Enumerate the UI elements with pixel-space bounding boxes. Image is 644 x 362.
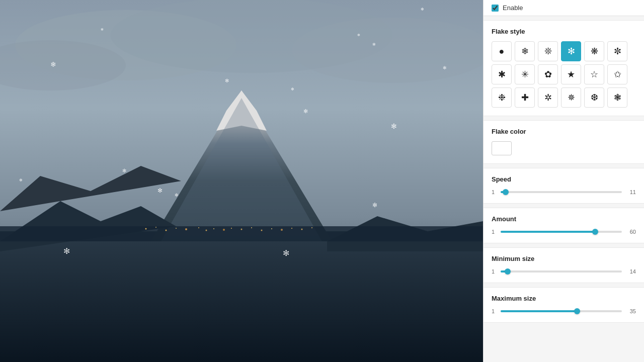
svg-point-14 xyxy=(213,228,214,229)
minimum-size-max: 14 xyxy=(626,268,636,275)
svg-point-11 xyxy=(185,228,187,230)
flake-btn-9[interactable]: ★ xyxy=(561,64,581,84)
svg-point-9 xyxy=(166,230,167,231)
speed-min: 1 xyxy=(492,189,497,195)
flake-btn-15[interactable]: ✵ xyxy=(561,87,581,108)
amount-max: 60 xyxy=(626,229,636,235)
speed-max: 11 xyxy=(626,189,636,195)
svg-point-10 xyxy=(176,228,177,229)
minimum-size-title: Minimum size xyxy=(492,255,636,262)
amount-title: Amount xyxy=(492,215,636,223)
flake-btn-14[interactable]: ✲ xyxy=(538,87,558,108)
flake-btn-1[interactable]: ❄ xyxy=(515,41,535,61)
enable-label[interactable]: Enable xyxy=(503,4,523,12)
flake-btn-8[interactable]: ✿ xyxy=(538,64,558,84)
flake-btn-17[interactable]: ❃ xyxy=(607,87,627,108)
flake-btn-4[interactable]: ❋ xyxy=(584,41,604,61)
speed-section: Speed 1 11 xyxy=(484,168,644,204)
maximum-size-min: 1 xyxy=(492,308,497,314)
svg-point-8 xyxy=(155,227,156,228)
maximum-size-title: Maximum size xyxy=(492,295,636,302)
svg-point-21 xyxy=(281,229,283,231)
flake-btn-12[interactable]: ❉ xyxy=(492,87,512,108)
minimum-size-section: Minimum size 1 14 xyxy=(484,247,644,283)
svg-point-16 xyxy=(231,228,232,229)
svg-point-17 xyxy=(241,229,243,230)
flake-btn-11[interactable]: ✩ xyxy=(607,64,627,84)
flake-btn-16[interactable]: ❆ xyxy=(584,87,604,108)
flake-btn-10[interactable]: ☆ xyxy=(584,64,604,84)
flake-btn-5[interactable]: ✼ xyxy=(607,41,627,61)
flake-btn-2[interactable]: ❊ xyxy=(538,41,558,61)
amount-slider-row: 1 60 xyxy=(492,229,636,235)
flake-style-title: Flake style xyxy=(492,28,636,35)
svg-point-20 xyxy=(271,228,272,229)
amount-min: 1 xyxy=(492,229,497,235)
svg-point-24 xyxy=(311,227,312,228)
flake-color-section: Flake color xyxy=(484,120,644,164)
preview-area: ❄✻✻✻✻✻✻✻✻✻✻✻✻✻✻✻✻ xyxy=(0,0,483,362)
flake-btn-3[interactable]: ✻ xyxy=(561,41,581,61)
flake-btn-13[interactable]: ✚ xyxy=(515,87,535,108)
enable-checkbox[interactable] xyxy=(492,5,499,12)
svg-point-12 xyxy=(198,227,199,228)
enable-section: Enable xyxy=(484,0,644,16)
maximum-size-slider-row: 1 35 xyxy=(492,308,636,314)
maximum-size-max: 35 xyxy=(626,308,636,314)
flake-btn-6[interactable]: ✱ xyxy=(492,64,512,84)
amount-slider[interactable] xyxy=(501,231,622,233)
minimum-size-slider[interactable] xyxy=(501,270,622,273)
flake-grid: ●❄❊✻❋✼✱✳✿★☆✩❉✚✲✵❆❃ xyxy=(492,41,636,108)
speed-title: Speed xyxy=(492,175,636,183)
svg-point-7 xyxy=(145,228,147,230)
flake-style-section: Flake style ●❄❊✻❋✼✱✳✿★☆✩❉✚✲✵❆❃ xyxy=(484,20,644,116)
amount-section: Amount 1 60 xyxy=(484,208,644,243)
flake-btn-7[interactable]: ✳ xyxy=(515,64,535,84)
flake-btn-0[interactable]: ● xyxy=(492,41,512,61)
svg-point-23 xyxy=(301,229,303,230)
maximum-size-slider[interactable] xyxy=(501,310,622,312)
svg-point-18 xyxy=(251,227,252,228)
minimum-size-slider-row: 1 14 xyxy=(492,268,636,275)
minimum-size-min: 1 xyxy=(492,268,497,275)
svg-point-15 xyxy=(223,229,225,231)
flake-color-title: Flake color xyxy=(492,128,636,135)
speed-slider[interactable] xyxy=(501,191,622,193)
flake-color-swatch[interactable] xyxy=(492,141,512,155)
speed-slider-row: 1 11 xyxy=(492,189,636,195)
svg-point-13 xyxy=(206,230,207,231)
maximum-size-section: Maximum size 1 35 xyxy=(484,287,644,323)
control-panel: Enable Flake style ●❄❊✻❋✼✱✳✿★☆✩❉✚✲✵❆❃ Fl… xyxy=(483,0,644,362)
svg-point-19 xyxy=(261,230,263,231)
svg-point-22 xyxy=(291,228,292,229)
